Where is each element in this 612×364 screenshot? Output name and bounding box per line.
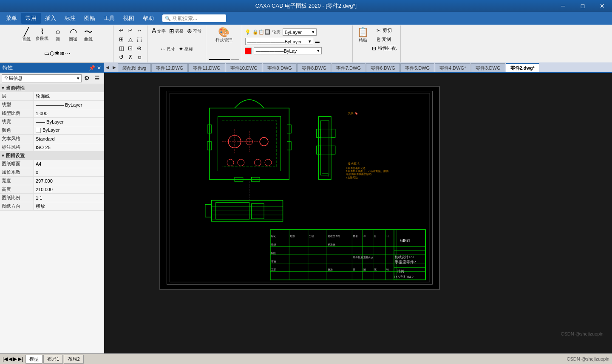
modify-btn-11[interactable]: ⊼ (126, 53, 134, 61)
modify-btn-10[interactable]: ↺ (117, 53, 125, 61)
copy-button[interactable]: ⎘ 复制 (371, 35, 398, 43)
draw-line-button[interactable]: ╱ 直线 (19, 26, 34, 44)
modify-btn-8[interactable]: ⊡ (126, 44, 134, 52)
polyline-icon: ⌇ (40, 28, 44, 35)
layout-tab-1[interactable]: 布局1 (43, 355, 63, 364)
menu-item-6[interactable]: 视图 (119, 13, 139, 24)
menu-item-1[interactable]: 常用 (21, 13, 41, 24)
modify-btn-9[interactable]: ⊛ (135, 44, 143, 52)
cut-icon: ✂ (377, 28, 381, 34)
layer-dropdown[interactable]: ByLayer ▾ (283, 28, 317, 36)
draw-small-btn-5[interactable]: ⋯ (65, 50, 71, 56)
draw-small-btn-4[interactable]: ≋ (60, 50, 65, 56)
menu-item-2[interactable]: 插入 (41, 13, 60, 24)
dropdown-arrow: ▾ (77, 76, 79, 81)
linetype-dropdown[interactable]: ———————— ByLayer ▾ (245, 38, 313, 45)
modify-btn-3[interactable]: ↔ (135, 26, 143, 34)
modify-icon-2: ✂ (128, 27, 133, 34)
draw-arc-button[interactable]: ◠ 圆弧 (65, 26, 81, 44)
svg-text:JXS520-004-2: JXS520-004-2 (394, 275, 414, 279)
search-input[interactable] (173, 15, 224, 21)
style-buttons: 🎨 样式管理 (214, 26, 234, 55)
draw-circle-button[interactable]: ○ 圆 (50, 26, 65, 44)
tab-nav-left[interactable]: ◀ (104, 62, 111, 72)
modify-icon-11: ⊼ (128, 54, 133, 60)
symbol-button[interactable]: ⊛ 符号 (185, 26, 203, 35)
modify-icon-9: ⊛ (137, 45, 142, 51)
tab-9[interactable]: 零件4.DWG* (435, 63, 470, 72)
layout-tab-2[interactable]: 布局2 (64, 355, 83, 364)
modify-btn-12[interactable]: ⧇ (135, 53, 143, 62)
modify-btn-1[interactable]: ↩ (117, 26, 125, 34)
svg-text:更改文件号: 更改文件号 (328, 234, 340, 237)
layout-tab-model[interactable]: 模型 (26, 355, 42, 364)
tab-3[interactable]: 零件10.DWG (226, 63, 262, 72)
tab-5[interactable]: 零件8.DWG (297, 63, 331, 72)
nav-first-icon[interactable]: |◀ (3, 356, 8, 362)
tab-2[interactable]: 零件11.DWG (188, 63, 225, 72)
nav-prev-icon[interactable]: ◀ (8, 356, 12, 362)
tab-1[interactable]: 零件12.DWG (151, 63, 188, 72)
coord-button[interactable]: ✦ 坐标 (177, 45, 195, 54)
search-box[interactable]: 🔍 (162, 14, 226, 22)
prop-row-ltscale: 线型比例 1.000 (0, 109, 104, 118)
tab-nav-right[interactable]: ▶ (111, 62, 118, 72)
draw-small-btn-3[interactable]: ✱ (55, 50, 60, 56)
drawing-svg: 技术要求 1.零件去毛刺化边 2.零件加工表面上，不应有划痕、擦伤 等损伤零件表… (167, 91, 432, 284)
cut-button[interactable]: ✂ 剪切 (371, 26, 398, 34)
prop-view-button[interactable]: ☰ (92, 73, 102, 83)
modify-btn-6[interactable]: ⬚ (135, 35, 143, 43)
svg-text:班: 班 (363, 268, 366, 271)
menu-item-5[interactable]: 工具 (99, 13, 119, 24)
prop-close-icon[interactable]: ✕ (97, 65, 101, 71)
maximize-button[interactable]: □ (573, 0, 592, 12)
draw-small-btn-2[interactable]: ⬡ (50, 50, 54, 56)
prop-scope-dropdown[interactable]: 全局信息 ▾ (2, 74, 82, 82)
prop-pin-icon[interactable]: 📌 (89, 65, 95, 71)
modify-btn-7[interactable]: ◫ (117, 44, 125, 52)
modify-btn-5[interactable]: △ (126, 35, 134, 43)
style-manage-button[interactable]: 🎨 样式管理 (214, 26, 234, 45)
window-controls: ─ □ ✕ (553, 0, 612, 12)
paste-icon: 📋 (357, 28, 368, 37)
minimize-button[interactable]: ─ (553, 0, 573, 12)
svg-text:2.零件加工表面上，不应有划痕、擦伤: 2.零件加工表面上，不应有划痕、擦伤 (346, 169, 388, 172)
layout-tabs: |◀ ◀ ▶ ▶| 模型 布局1 布局2 (3, 355, 85, 364)
modify-btn-4[interactable]: ⊞ (117, 35, 125, 43)
matchprop-icon: ⊡ (372, 45, 376, 51)
menu-item-0[interactable]: 菜单 (2, 13, 21, 24)
tab-11[interactable]: 零件2.dwg* (506, 63, 539, 72)
tab-10[interactable]: 零件3.DWG (471, 63, 505, 72)
modify-btn-2[interactable]: ✂ (126, 26, 134, 34)
menu-item-7[interactable]: 帮助 (139, 13, 158, 24)
menu-item-4[interactable]: 图幅 (80, 13, 99, 24)
matchprop-button[interactable]: ⊡ 特性匹配 (371, 44, 398, 52)
tab-0[interactable]: 装配图.dwg (118, 63, 151, 72)
tab-7[interactable]: 零件6.DWG (366, 63, 400, 72)
nav-last-icon[interactable]: ▶| (18, 356, 23, 362)
menu-item-3[interactable]: 标注 (60, 13, 80, 24)
prop-section-current: ▾ 当前特性 (0, 84, 104, 92)
draw-curve-button[interactable]: 〜 曲线 (81, 26, 96, 44)
linewidth-dropdown[interactable]: —————— ByLay ▾ (254, 47, 322, 54)
svg-text:签名: 签名 (353, 235, 358, 237)
nav-next-icon[interactable]: ▶ (13, 356, 17, 362)
table-button[interactable]: ⊞ 表格 (167, 26, 185, 35)
dimension-button[interactable]: ↔ 尺寸 (158, 45, 177, 54)
tab-8[interactable]: 零件5.DWG (400, 63, 434, 72)
svg-text:处数: 处数 (290, 235, 295, 237)
canvas-area[interactable]: 技术要求 1.零件去毛刺化边 2.零件加工表面上，不应有划痕、擦伤 等损伤零件表… (104, 73, 612, 353)
draw-small-btn-1[interactable]: ▭ (44, 50, 49, 56)
paste-button[interactable]: 📋 粘贴 (355, 26, 371, 45)
prop-row-orientation: 图纸方向 横放 (0, 202, 104, 211)
draw-more-buttons[interactable]: ▭ ⬡ ✱ ≋ ⋯ (4, 49, 110, 57)
prop-filter-button[interactable]: ⚙ (82, 73, 91, 83)
draw-polyline-button[interactable]: ⌇ 多段线 (34, 26, 50, 43)
svg-rect-26 (331, 146, 335, 154)
lamp-icon: 💡 (245, 29, 251, 35)
line-icon: ╱ (24, 28, 29, 36)
tab-6[interactable]: 零件7.DWG (332, 63, 366, 72)
tab-4[interactable]: 零件9.DWG (263, 63, 297, 72)
close-button[interactable]: ✕ (592, 0, 612, 12)
text-button[interactable]: A 文字 (150, 26, 167, 36)
